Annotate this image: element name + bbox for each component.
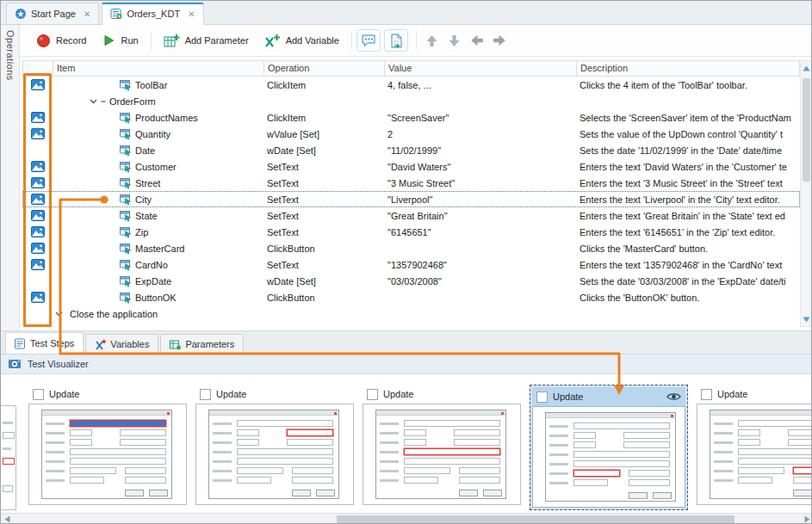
test-step-row[interactable]: Quantity wValue [Set] 2 Sets the value o… [22, 126, 800, 142]
visualizer-image-cell [22, 259, 53, 270]
test-step-row[interactable]: ProductNames ClickItem "ScreenSaver" Sel… [22, 109, 800, 126]
test-step-row[interactable]: CardNo SetText "1357902468" Enters the t… [22, 256, 800, 273]
test-steps-icon [15, 338, 26, 349]
tab-test-steps[interactable]: Test Steps [5, 332, 84, 354]
chevron-down-icon[interactable] [55, 311, 63, 317]
tab-start-page[interactable]: Start Page ✕ [6, 3, 99, 24]
image-thumbnail-icon[interactable] [31, 161, 45, 172]
operation-label: wDate [Set] [267, 145, 316, 156]
update-checkbox[interactable] [701, 389, 712, 400]
mini-form [41, 410, 172, 499]
image-thumbnail-icon[interactable] [31, 79, 45, 90]
onscreen-action-icon [120, 243, 132, 255]
scrollbar-thumb[interactable] [337, 515, 735, 524]
operations-sidebar[interactable]: Operations [1, 25, 20, 330]
scroll-up-button[interactable] [801, 62, 812, 74]
item-cell: CardNo [53, 259, 263, 271]
move-up-button[interactable] [421, 29, 443, 52]
vertical-scrollbar[interactable] [800, 60, 812, 327]
test-visualizer-header[interactable]: Test Visualizer [1, 354, 812, 374]
image-thumbnail-icon[interactable] [31, 177, 45, 188]
keyword-test-icon [110, 8, 122, 20]
test-step-row[interactable]: City SetText "Liverpool" Enters the text… [22, 191, 800, 207]
test-step-row[interactable]: ButtonOK ClickButton Clicks the 'ButtonO… [22, 289, 800, 305]
tab-parameters[interactable]: Parameters [160, 334, 244, 354]
update-checkbox[interactable] [33, 389, 44, 400]
test-step-row[interactable]: Customer SetText "David Waters" Enters t… [22, 158, 800, 175]
move-left-button[interactable] [466, 29, 488, 52]
operation-cell: SetText [263, 178, 384, 188]
image-thumbnail-icon[interactable] [31, 243, 45, 254]
test-step-row[interactable]: MasterCard ClickButton Clicks the 'Maste… [22, 240, 800, 256]
visualizer-thumbnail[interactable]: Update [28, 385, 187, 505]
test-step-row[interactable]: Zip SetText "6145651" Enters the text '6… [22, 224, 800, 240]
visualizer-thumbnail[interactable]: Update [530, 385, 688, 510]
thumbnail-header: Update [363, 385, 521, 404]
image-thumbnail-icon[interactable] [31, 210, 45, 221]
tab-orders-kdt[interactable]: Orders_KDT ✕ [102, 2, 203, 25]
image-thumbnail-icon[interactable] [31, 112, 45, 123]
move-down-button[interactable] [443, 29, 466, 52]
column-header-item[interactable]: Item [53, 61, 264, 76]
record-button[interactable]: Record [28, 29, 94, 52]
operation-label: SetText [267, 260, 299, 270]
visualizer-thumbnail[interactable]: Update [363, 385, 521, 505]
chevron-down-icon[interactable] [90, 99, 97, 104]
description-cell: Enters the text '6145651' in the 'Zip' t… [576, 227, 800, 237]
image-thumbnail-icon[interactable] [31, 194, 45, 205]
operation-cell: ClickItem [263, 80, 384, 90]
column-header-operation[interactable]: Operation [264, 61, 385, 76]
scroll-down-button[interactable] [801, 313, 812, 325]
test-step-row[interactable]: Street SetText "3 Music Street" Enters t… [22, 175, 800, 191]
tab-variables[interactable]: Variables [85, 334, 158, 354]
description-cell: Enters the text 'David Waters' in the 'C… [576, 162, 800, 172]
test-step-row[interactable]: Close the application [22, 305, 800, 322]
image-thumbnail-icon[interactable] [31, 259, 45, 270]
test-step-row[interactable]: ExpDate wDate [Set] "03/03/2008" Sets th… [22, 273, 800, 289]
description-label: Enters the text '3 Music Street' in the … [580, 178, 783, 188]
eye-icon[interactable] [666, 391, 681, 402]
update-checkbox[interactable] [367, 389, 378, 400]
visualizer-thumbnail[interactable]: Update [697, 385, 812, 505]
item-cell: Customer [53, 161, 263, 173]
comment-button[interactable] [356, 29, 381, 52]
scroll-right-button[interactable] [801, 514, 812, 524]
image-thumbnail-icon[interactable] [31, 226, 45, 237]
value-label: 4, false, ... [387, 80, 431, 90]
update-checkbox[interactable] [536, 391, 548, 403]
description-cell: Enters the text '3 Music Street' in the … [576, 178, 800, 188]
test-step-row[interactable]: ToolBar ClickItem 4, false, ... Clicks t… [22, 77, 800, 93]
test-step-row[interactable]: Date wDate [Set] "11/02/1999" Sets the d… [22, 142, 800, 158]
add-parameter-button[interactable]: Add Parameter [156, 29, 257, 52]
dotnet-icon [101, 101, 106, 102]
close-icon[interactable]: ✕ [188, 9, 195, 19]
document-button[interactable] [384, 29, 408, 52]
operation-cell: ClickButton [263, 244, 384, 254]
description-cell: Clicks the 4 item of the 'ToolBar' toolb… [576, 80, 800, 90]
description-label: Sets the date '03/03/2008' in the 'ExpDa… [580, 276, 786, 287]
image-thumbnail-icon[interactable] [31, 292, 45, 303]
scroll-left-button[interactable] [1, 514, 13, 524]
image-thumbnail-icon[interactable] [31, 128, 45, 139]
add-variable-button[interactable]: Add Variable [257, 29, 347, 52]
horizontal-scrollbar[interactable] [1, 513, 812, 524]
item-cell: ProductNames [53, 112, 263, 124]
item-cell: Close the application [53, 309, 263, 319]
update-checkbox[interactable] [200, 389, 211, 400]
column-header-value[interactable]: Value [385, 61, 577, 76]
item-cell: City [53, 194, 263, 206]
scrollbar-thumb[interactable] [803, 78, 810, 182]
close-icon[interactable]: ✕ [84, 9, 90, 19]
description-cell: Sets the value of the UpDown control 'Qu… [576, 129, 800, 139]
column-header-image[interactable] [23, 61, 53, 76]
run-button[interactable]: Run [94, 29, 146, 52]
column-header-description[interactable]: Description [577, 61, 799, 76]
move-right-button[interactable] [488, 29, 511, 52]
test-step-row[interactable]: State SetText "Great Britain" Enters the… [22, 207, 800, 224]
visualizer-image-cell [22, 128, 53, 139]
scroll-up-icon [803, 65, 810, 71]
test-step-row[interactable]: OrderForm [22, 93, 800, 109]
visualizer-thumbnail[interactable]: Update [195, 385, 354, 505]
thumbnail-partial[interactable] [1, 405, 16, 510]
item-label: ExpDate [135, 276, 171, 287]
